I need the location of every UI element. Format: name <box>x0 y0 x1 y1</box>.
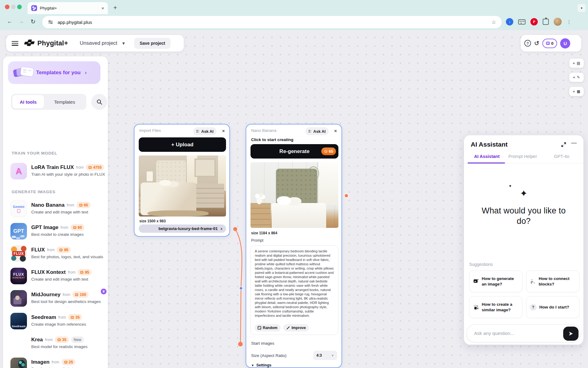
connector-start-port[interactable] <box>233 227 237 231</box>
random-prompt-button[interactable]: Random <box>254 324 281 332</box>
tool-from-label: from <box>61 225 68 230</box>
site-favicon <box>31 5 37 11</box>
tool-description: Best for photos, logos, text, and visual… <box>31 255 108 259</box>
file-chip[interactable]: belgravia-luxury-bed-frame-01 x <box>139 224 226 233</box>
ask-ai-button[interactable]: Ask AI <box>193 127 217 135</box>
tool-description: Create and edit image with text <box>31 277 108 282</box>
tab-ai-tools[interactable]: AI tools <box>12 95 44 109</box>
back-button[interactable]: ← <box>7 18 13 25</box>
prompt-textarea[interactable]: A serene contemporary bedroom blending t… <box>251 245 338 335</box>
phygital-logo-icon[interactable] <box>24 39 34 48</box>
extension-icon-blue[interactable]: ↓ <box>506 18 513 25</box>
send-button[interactable] <box>563 327 579 341</box>
similar-image-icon <box>473 304 479 310</box>
forward-button[interactable]: → <box>18 18 24 25</box>
nano-output-port[interactable] <box>345 194 349 198</box>
edge-midpoint-handle[interactable] <box>239 287 243 290</box>
collapse-draw-panel-button[interactable]: «✎ <box>569 73 584 82</box>
ask-question-input[interactable] <box>474 325 563 342</box>
browser-tab[interactable]: Phygital+ × <box>28 2 108 14</box>
save-project-button[interactable]: Save project <box>134 38 171 49</box>
tool-name: Seedream <box>31 314 56 320</box>
aspect-ratio-select[interactable]: 4:3 ▼ <box>313 351 337 360</box>
collapse-layers-panel-button[interactable]: «▦ <box>569 87 584 96</box>
tool-item-gpt-image[interactable]: GPT GPT Imagefrom60 Best model to create… <box>10 223 105 242</box>
section-train-model: TRAIN YOUR MODEL <box>12 151 57 155</box>
tool-from-label: from <box>45 338 53 342</box>
connector-end-port[interactable] <box>238 342 243 347</box>
new-tab-button[interactable]: + <box>113 4 117 11</box>
suggestions-label: Suggestions <box>469 262 493 267</box>
history-icon[interactable]: ↺ <box>534 40 539 47</box>
browser-profile-avatar[interactable] <box>554 18 562 26</box>
suggestion-how-start[interactable]: ? How do I start? <box>526 296 579 318</box>
templates-banner[interactable]: Templates for you › <box>8 61 100 84</box>
tab-close-icon[interactable]: × <box>101 6 104 11</box>
tool-item-seedream[interactable]: Seedream Seedreamfrom35 Create image fro… <box>10 313 105 332</box>
tool-name: Nano Banana <box>31 202 65 208</box>
reload-button[interactable]: ↻ <box>31 18 36 25</box>
tool-name: FLUX Kontext <box>31 269 66 275</box>
tune-icon[interactable] <box>48 19 53 25</box>
tool-item-midjourney[interactable]: ♛ MidJourneyfrom100 Best tool for design… <box>10 290 105 309</box>
upload-button[interactable]: + Upload <box>139 137 226 152</box>
expand-panel-icon[interactable] <box>561 142 566 148</box>
collapse-notes-panel-button[interactable]: «▤ <box>569 59 584 68</box>
minimize-panel-icon[interactable]: — <box>571 140 577 146</box>
browser-menu-icon[interactable]: ⋮ <box>567 19 571 25</box>
regenerate-button[interactable]: Re-generate 65 <box>251 144 338 159</box>
tool-name: Krea <box>31 337 43 343</box>
drag-handle-icon <box>308 130 311 133</box>
tool-item-flux-kontext[interactable]: FLUXKONTEXT FLUX Kontextfrom85 Create an… <box>10 268 105 287</box>
tool-item-krea[interactable]: Kreafrom35New Best model for realistic i… <box>10 335 105 354</box>
generated-image-preview[interactable] <box>251 162 338 228</box>
window-close-button[interactable] <box>5 5 9 9</box>
sparkle-small-icon: ✦ <box>450 184 570 188</box>
imagen-icon: Imagen <box>10 358 27 368</box>
suggestion-generate-image[interactable]: How to generate an image? <box>469 270 522 292</box>
search-button[interactable] <box>91 94 107 110</box>
tab-prompt-helper[interactable]: Prompt Helper <box>508 154 537 159</box>
tool-name: LoRA Train FLUX <box>31 164 74 171</box>
app-name: Phygital+ <box>37 39 68 47</box>
project-chevron-icon[interactable]: ▼ <box>122 41 126 46</box>
window-minimize-button[interactable] <box>11 5 16 9</box>
credits-counter[interactable]: 0 <box>542 39 557 48</box>
templates-banner-label: Templates for you <box>36 70 81 76</box>
tab-ai-assistant[interactable]: AI Assistant <box>474 154 499 159</box>
tab-templates[interactable]: Templates <box>44 99 85 105</box>
window-zoom-button[interactable] <box>17 5 22 9</box>
settings-toggle[interactable]: ▼ Settings <box>251 363 271 367</box>
chevron-down-icon: ▼ <box>251 364 254 367</box>
tab-gpt-4o[interactable]: GPT-4o <box>554 154 569 159</box>
new-badge: New <box>71 336 84 343</box>
panel-title: AI Assistant <box>471 141 508 148</box>
improve-prompt-button[interactable]: Improve <box>283 324 309 332</box>
uploaded-image-preview[interactable] <box>139 155 226 217</box>
ask-ai-button[interactable]: Ask AI <box>305 127 329 135</box>
close-node-icon[interactable]: × <box>334 128 337 133</box>
browser-chrome: Phygital+ × + ▾ ← → ↻ app.phygital.plus … <box>0 0 588 30</box>
close-node-icon[interactable]: × <box>222 128 225 133</box>
tool-item-lora-train-flux[interactable]: A LoRA Train FLUXfrom4755 Train AI with … <box>10 163 105 182</box>
suggestion-similar-image[interactable]: How to create a similar image? <box>469 296 522 318</box>
user-avatar[interactable]: U <box>560 38 570 48</box>
project-name[interactable]: Unsaved project <box>80 40 117 46</box>
tool-item-imagen[interactable]: Imagen Imagenfrom25 Best for photorealis… <box>10 358 105 368</box>
keyboard-extension-icon[interactable] <box>518 19 526 25</box>
tab-search-chevron-icon[interactable]: ▾ <box>578 4 586 12</box>
aspect-ratio-value: 4:3 <box>316 353 322 358</box>
url-bar[interactable]: app.phygital.plus ☆ <box>42 16 502 28</box>
import-files-node[interactable]: Import Files Ask AI × + Upload size 1500… <box>134 124 230 237</box>
extensions-puzzle-icon[interactable] <box>543 19 549 25</box>
tool-item-nano-banana[interactable]: Gemini Nano Bananafrom65 Create and edit… <box>10 201 105 220</box>
help-icon[interactable]: ? <box>524 40 531 47</box>
tool-item-flux[interactable]: FLUX FLUXfrom85 Best for photos, logos, … <box>10 245 105 264</box>
suggestion-connect-blocks[interactable]: How to connect blocks? <box>526 270 579 292</box>
pinterest-icon[interactable]: P <box>530 18 538 25</box>
nano-banana-node[interactable]: Nano Banana Ask AI × Click to start crea… <box>246 124 342 368</box>
bookmark-star-icon[interactable]: ☆ <box>492 19 496 25</box>
credits-icon <box>546 42 550 45</box>
hamburger-menu-icon[interactable] <box>12 41 18 46</box>
remove-file-icon[interactable]: x <box>221 227 222 231</box>
